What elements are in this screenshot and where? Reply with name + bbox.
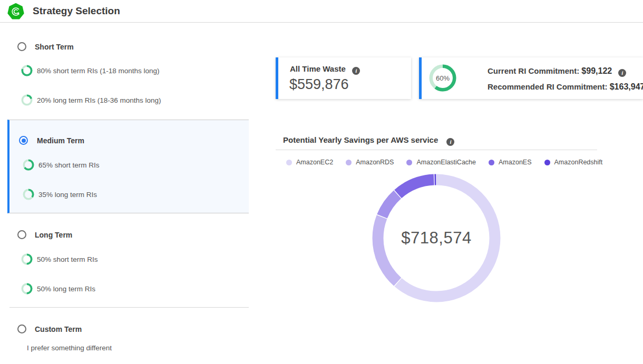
medium-term-label[interactable]: Medium Term <box>37 136 84 145</box>
page-title: Strategy Selection <box>33 5 120 17</box>
recommended-ri-commitment-label: Recommended RI Commitment: <box>488 82 608 91</box>
legend-item-amazonredshift[interactable]: AmazonRedshift <box>544 159 603 166</box>
ri-coverage-gauge: 60% <box>429 64 456 92</box>
page-header: Strategy Selection <box>0 0 643 23</box>
short-term-label[interactable]: Short Term <box>35 43 74 51</box>
donut-center-value: $718,574 <box>368 170 505 307</box>
info-icon[interactable]: i <box>446 138 454 146</box>
short-term-item2-label: 20% long term RIs (18-36 months long) <box>37 96 161 104</box>
short-term-item2-donut <box>21 94 33 106</box>
medium-term-item1-label: 65% short term RIs <box>38 161 100 169</box>
radio-medium-term[interactable] <box>19 136 28 145</box>
all-time-waste-card: All Time Waste i $559,876 <box>276 57 411 99</box>
legend-label: AmazonElastiCache <box>416 159 476 166</box>
chart-title: Potential Yearly Savings per AWS service… <box>283 135 454 146</box>
medium-term-item1-donut <box>23 159 34 171</box>
legend-dot <box>544 160 550 165</box>
cast-ai-logo-icon <box>7 3 24 20</box>
radio-custom-term[interactable] <box>17 324 26 333</box>
legend-item-amazonec2[interactable]: AmazonEC2 <box>286 159 333 166</box>
gauge-percent-label: 60% <box>429 64 456 92</box>
legend-label: AmazonRDS <box>356 159 394 166</box>
long-term-item1-label: 50% short term RIs <box>37 255 98 263</box>
long-term-item1-donut <box>21 253 33 265</box>
legend-item-amazonelasticache[interactable]: AmazonElastiCache <box>406 159 476 166</box>
short-term-item1-label: 80% short term RIs (1-18 months long) <box>37 67 160 75</box>
legend-dot <box>286 160 292 165</box>
all-time-waste-value: $559,876 <box>289 76 349 93</box>
radio-short-term[interactable] <box>17 42 26 51</box>
recommended-ri-commitment-line: Recommended RI Commitment: $163,947 i <box>488 82 643 93</box>
custom-term-label[interactable]: Custom Term <box>35 325 82 333</box>
legend-dot <box>489 160 494 165</box>
info-icon[interactable]: i <box>352 67 360 75</box>
custom-term-divider <box>9 307 249 308</box>
chart-title-text: Potential Yearly Savings per AWS service <box>283 135 438 144</box>
long-term-label[interactable]: Long Term <box>35 231 72 239</box>
strategy-selection-screen: Strategy Selection Short Term 80% short … <box>0 0 643 364</box>
ri-commitment-card: 60% Current RI Commitment: $99,122 i Rec… <box>419 57 643 99</box>
recommended-ri-commitment-value: $163,947 <box>610 82 643 91</box>
info-icon[interactable]: i <box>618 69 626 77</box>
current-ri-commitment-label: Current RI Commitment: <box>488 66 579 75</box>
legend-dot <box>406 160 412 165</box>
chart-divider <box>276 150 597 150</box>
short-term-item1-donut <box>21 65 33 76</box>
legend-label: AmazonEC2 <box>296 159 333 166</box>
medium-term-item2-label: 35% long term RIs <box>38 191 97 199</box>
chart-legend: AmazonEC2 AmazonRDS AmazonElastiCache Am… <box>286 159 602 166</box>
legend-dot <box>346 160 352 165</box>
long-term-item2-donut <box>21 283 33 294</box>
current-ri-commitment-value: $99,122 <box>581 66 612 75</box>
legend-label: AmazonRedshift <box>554 159 603 166</box>
medium-term-item2-donut <box>23 189 34 200</box>
legend-item-amazonrds[interactable]: AmazonRDS <box>346 159 394 166</box>
legend-item-amazones[interactable]: AmazonES <box>489 159 532 166</box>
custom-term-subtitle: I prefer something different <box>27 344 112 352</box>
all-time-waste-label: All Time Waste <box>290 64 346 73</box>
radio-long-term[interactable] <box>17 230 26 239</box>
long-term-item2-label: 50% long term RIs <box>37 285 95 293</box>
current-ri-commitment-line: Current RI Commitment: $99,122 i <box>488 66 626 77</box>
legend-label: AmazonES <box>499 159 532 166</box>
